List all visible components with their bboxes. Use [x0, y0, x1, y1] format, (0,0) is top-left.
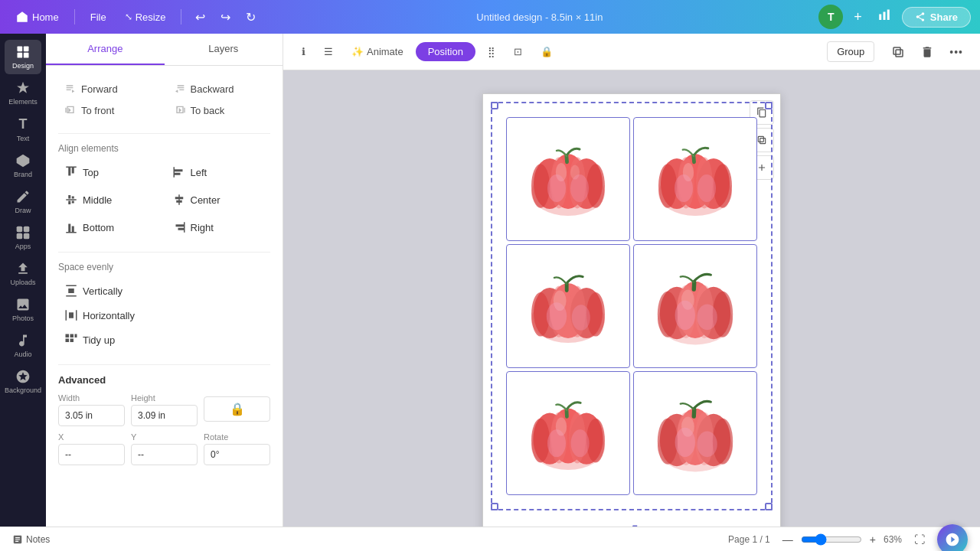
rotate-input[interactable]: [204, 444, 270, 465]
sidebar-item-text[interactable]: T Text: [5, 112, 41, 147]
tab-arrange[interactable]: Arrange: [46, 34, 165, 65]
align-left-label: Left: [191, 167, 207, 178]
pumpkin-cell-1[interactable]: [506, 117, 630, 241]
sidebar-label-brand: Brand: [14, 171, 32, 178]
order-section: Forward Backward To front To back: [58, 78, 270, 121]
space-horizontally-icon: [64, 308, 78, 322]
align-middle-button[interactable]: Middle: [58, 187, 163, 212]
lock-button[interactable]: 🔒: [534, 42, 559, 61]
sidebar-item-background[interactable]: Background: [5, 364, 41, 399]
canvas-scroll[interactable]: ↺ + Add page: [283, 70, 980, 527]
home-label: Home: [32, 11, 59, 23]
info-button[interactable]: ℹ: [296, 42, 312, 61]
info-icon: ℹ: [302, 46, 305, 57]
sidebar-item-apps[interactable]: Apps: [5, 220, 41, 255]
left-sidebar: Design Elements T Text Brand Draw Apps U…: [0, 34, 46, 527]
dots-icon: ⣿: [488, 46, 495, 57]
align-top-button[interactable]: Top: [58, 160, 163, 184]
svg-point-103: [586, 419, 605, 463]
notes-button[interactable]: Notes: [12, 534, 50, 545]
file-button[interactable]: File: [84, 8, 113, 26]
home-button[interactable]: Home: [9, 7, 65, 27]
x-input[interactable]: [58, 444, 125, 465]
pumpkin-cell-5[interactable]: [506, 371, 630, 495]
svg-point-114: [658, 419, 678, 465]
space-horizontally-label: Horizontally: [83, 310, 135, 321]
svg-rect-17: [175, 173, 181, 175]
svg-rect-44: [896, 50, 903, 57]
width-input[interactable]: [58, 405, 125, 426]
user-avatar[interactable]: T: [818, 5, 843, 29]
align-bottom-button[interactable]: Bottom: [58, 215, 163, 240]
dots-button[interactable]: ⣿: [482, 42, 501, 61]
background-icon: [15, 369, 31, 384]
svg-rect-14: [72, 168, 74, 174]
add-collaborator-button[interactable]: +: [849, 8, 867, 27]
pumpkin-cell-2[interactable]: [633, 117, 757, 241]
align-left-button[interactable]: Left: [166, 160, 271, 184]
sidebar-item-audio[interactable]: Audio: [5, 328, 41, 363]
ratio-button[interactable]: 🔒: [204, 393, 270, 426]
pumpkin-cell-4[interactable]: [633, 244, 757, 368]
fab-button[interactable]: [937, 524, 968, 552]
group-button[interactable]: Group: [827, 41, 874, 62]
redo-button[interactable]: ↪: [216, 7, 235, 28]
pumpkin-grid: [494, 105, 769, 507]
rotate-handle[interactable]: ↺: [626, 521, 639, 527]
height-input[interactable]: [131, 405, 198, 426]
align-center-button[interactable]: Center: [166, 187, 271, 212]
ratio-inner: 🔒: [204, 396, 270, 422]
svg-point-93: [675, 301, 695, 330]
align-right-button[interactable]: Right: [166, 215, 271, 240]
zoom-out-button[interactable]: —: [779, 532, 796, 547]
zoom-in-button[interactable]: +: [867, 532, 879, 547]
sidebar-item-draw[interactable]: Draw: [5, 184, 41, 219]
share-button[interactable]: Share: [902, 7, 971, 28]
y-field: Y: [131, 432, 198, 465]
svg-marker-7: [17, 155, 30, 168]
audio-icon: [15, 333, 31, 348]
svg-rect-22: [72, 201, 74, 204]
fullscreen-button[interactable]: ⛶: [911, 532, 928, 547]
tab-layers[interactable]: Layers: [165, 34, 283, 65]
sidebar-item-elements[interactable]: Elements: [5, 76, 41, 110]
backward-button[interactable]: Backward: [168, 78, 271, 99]
menu-button[interactable]: ☰: [318, 42, 339, 61]
to-back-button[interactable]: To back: [168, 99, 271, 121]
copy-to-button[interactable]: [887, 41, 910, 63]
space-horizontally-button[interactable]: Horizontally: [58, 303, 270, 328]
align-canvas-button[interactable]: ⊡: [508, 42, 528, 61]
sidebar-item-uploads[interactable]: Uploads: [5, 256, 41, 291]
sidebar-item-photos[interactable]: Photos: [5, 292, 41, 327]
zoom-slider[interactable]: [801, 533, 862, 546]
align-section-title: Align elements: [58, 143, 270, 154]
pumpkin-cell-3[interactable]: [506, 244, 630, 368]
stats-button[interactable]: [873, 5, 896, 28]
backward-icon: [174, 83, 186, 95]
undo-button[interactable]: ↩: [191, 7, 210, 28]
forward-button[interactable]: Forward: [58, 78, 162, 99]
sidebar-item-brand[interactable]: Brand: [5, 148, 41, 183]
sidebar-label-photos: Photos: [12, 315, 34, 322]
position-button[interactable]: Position: [416, 42, 475, 61]
order-row-1: Forward Backward: [58, 78, 270, 99]
svg-point-53: [531, 164, 550, 208]
tidy-up-button[interactable]: Tidy up: [58, 328, 270, 352]
status-bar: Notes Page 1 / 1 — + 63% ⛶: [0, 527, 980, 551]
sidebar-item-design[interactable]: Design: [5, 40, 41, 74]
pumpkin-cell-6[interactable]: [633, 371, 757, 495]
animate-button[interactable]: ✨ Animate: [345, 42, 410, 61]
document-title: Untitled design - 8.5in × 11in: [476, 11, 603, 23]
sync-button[interactable]: ↻: [241, 7, 260, 28]
delete-button[interactable]: [916, 41, 939, 63]
y-input[interactable]: [131, 444, 198, 465]
resize-button[interactable]: ⤡ Resize: [119, 8, 172, 26]
svg-rect-43: [893, 47, 900, 54]
to-front-button[interactable]: To front: [58, 99, 162, 121]
topbar: Home File ⤡ Resize ↩ ↪ ↻ Untitled design…: [0, 0, 980, 34]
canvas-toolbar: ℹ ☰ ✨ Animate Position ⣿ ⊡ 🔒 G: [283, 34, 980, 70]
more-button[interactable]: •••: [945, 42, 968, 62]
space-vertically-button[interactable]: Vertically: [58, 279, 270, 303]
order-row-2: To front To back: [58, 99, 270, 121]
svg-rect-21: [72, 197, 74, 199]
